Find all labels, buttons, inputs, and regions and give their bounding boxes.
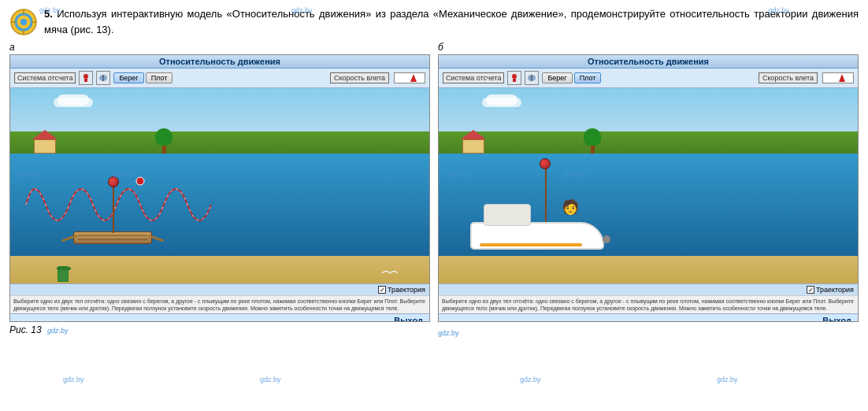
wm-fig-a-2: gdz.by xyxy=(113,169,134,177)
fig-a-sky xyxy=(10,88,429,131)
fig-a-system-label: Система отсчета xyxy=(14,72,76,83)
fig-a-btn-bereg[interactable]: Берег xyxy=(113,72,143,83)
fig-b-icon-btn-1[interactable] xyxy=(507,71,521,85)
fig-b-ball xyxy=(540,158,551,169)
fig-a-btn-plot[interactable]: Плот xyxy=(146,72,173,83)
fig-b-scene: 🧑 gdz.by gdz.by xyxy=(439,88,858,283)
fig-a-exit-btn[interactable]: Выход xyxy=(10,313,429,322)
fig-a-speed-slider[interactable] xyxy=(394,72,425,83)
fig-b-pole xyxy=(545,161,547,224)
fig-b-btn-group: Берег Плот xyxy=(542,72,601,83)
fig-caption: Рис. 13 gdz.by xyxy=(9,324,430,339)
boat-propeller xyxy=(603,235,610,243)
svg-rect-15 xyxy=(513,79,516,82)
wm-fig-b-2: gdz.by xyxy=(565,169,586,177)
fig-b-trajectory-label: Траектория xyxy=(816,286,854,294)
fig-b-tree-1 xyxy=(588,128,601,154)
caption-text: Рис. 13 xyxy=(9,324,42,335)
boat-person: 🧑 xyxy=(562,198,579,216)
fig-a-trajectory-check[interactable]: ✓ Траектория xyxy=(378,286,425,294)
fig-b-icon-btn-2[interactable] xyxy=(525,71,539,85)
caption-row: Рис. 13 gdz.by gdz.by xyxy=(9,324,859,339)
fig-b-boat: 🧑 xyxy=(470,222,604,250)
fig-b-speed-slider[interactable] xyxy=(822,72,854,83)
figures-row: а Относительность движения Система отсче… xyxy=(9,42,859,322)
task-icon xyxy=(9,8,38,36)
cloud-b-2 xyxy=(482,98,521,107)
figure-b-label: б xyxy=(438,42,859,53)
fig-a-water: gdz.by gdz.by xyxy=(10,154,429,256)
fig-b-house xyxy=(462,130,486,154)
fig-b-bottom-bar: ✓ Траектория xyxy=(439,283,858,295)
svg-point-13 xyxy=(136,177,144,185)
header-section: 5. Используя интерактивную модель «Относ… xyxy=(9,6,859,37)
fig-b-water: 🧑 gdz.by gdz.by xyxy=(439,154,858,256)
fig-a-checkbox[interactable]: ✓ xyxy=(378,286,386,294)
fig-b-exit-btn[interactable]: Выход xyxy=(439,313,858,322)
fig-a-bird xyxy=(382,266,398,280)
figure-a: а Относительность движения Система отсче… xyxy=(9,42,430,322)
fig-a-trash xyxy=(57,266,69,282)
fig-b-description: Выберите одно из двух тел отсчёта: одно … xyxy=(439,295,858,313)
fig-b-controls: Система отсчета xyxy=(439,68,858,88)
watermark-2: gdz.by xyxy=(291,6,313,14)
page-container: 5. Используя интерактивную модель «Относ… xyxy=(0,0,868,411)
fig-a-trajectory-label: Траектория xyxy=(388,286,425,294)
fig-a-tree-1 xyxy=(160,128,172,154)
caption-right: gdz.by xyxy=(438,324,859,339)
figure-b: б Относительность движения Система отсче… xyxy=(438,42,859,322)
fig-a-beach xyxy=(10,256,429,283)
fig-b-btn-plot[interactable]: Плот xyxy=(574,72,602,83)
task-text: 5. Используя интерактивную модель «Относ… xyxy=(44,6,859,37)
svg-point-14 xyxy=(512,74,517,79)
caption-wm-right: gdz.by xyxy=(438,329,459,337)
fig-a-bottom-bar: ✓ Траектория xyxy=(10,283,429,295)
raft-pole xyxy=(113,186,114,233)
fig-b-system-label: Система отсчета xyxy=(443,72,504,83)
wm-fig-a-1: gdz.by xyxy=(18,169,39,177)
fig-b-trajectory-check[interactable]: ✓ Траектория xyxy=(807,286,854,294)
watermark-3: gdz.by xyxy=(768,6,789,14)
fig-b-sim-header: Относительность движения xyxy=(439,55,858,68)
fig-a-description: Выберите одно из двух тел отсчёта: одно … xyxy=(10,295,429,313)
fig-a-speed-label: Скорость влета xyxy=(330,72,389,83)
figure-a-label: а xyxy=(9,42,430,53)
caption-watermark: gdz.by xyxy=(47,327,69,335)
fig-a-controls: Система отсчета xyxy=(10,68,429,88)
fig-a-scene: gdz.by gdz.by xyxy=(10,88,429,283)
watermark-1: gdz.by xyxy=(39,6,61,14)
fig-a-icon-btn-2[interactable] xyxy=(96,71,110,85)
figure-a-frame: Относительность движения Система отсчета xyxy=(9,54,430,322)
cloud-2 xyxy=(54,98,93,107)
svg-point-2 xyxy=(20,19,27,25)
fig-a-icon-btn-1[interactable] xyxy=(79,71,93,85)
fig-a-btn-group: Берег Плот xyxy=(113,72,172,83)
svg-rect-8 xyxy=(84,79,87,82)
bottom-wm-1: gdz.by xyxy=(63,376,84,383)
bottom-wm-4: gdz.by xyxy=(717,376,738,383)
fig-b-beach xyxy=(439,256,858,283)
fig-b-speed-label: Скорость влета xyxy=(759,72,818,83)
fig-a-ground xyxy=(10,131,429,154)
figure-b-frame: Относительность движения Система отсчета xyxy=(438,54,859,322)
svg-point-7 xyxy=(83,74,88,79)
bottom-wm-3: gdz.by xyxy=(520,376,541,383)
fig-a-raft xyxy=(73,231,152,244)
fig-a-sim-header: Относительность движения xyxy=(10,55,429,68)
bottom-wm-2: gdz.by xyxy=(260,376,281,383)
fig-b-btn-bereg[interactable]: Берег xyxy=(542,72,572,83)
fig-b-checkbox[interactable]: ✓ xyxy=(807,286,814,294)
fig-b-sky xyxy=(439,88,858,131)
raft-ball xyxy=(108,176,119,187)
wm-fig-b-1: gdz.by xyxy=(447,169,468,177)
fig-a-house xyxy=(34,130,57,154)
fig-b-ground xyxy=(439,131,858,154)
